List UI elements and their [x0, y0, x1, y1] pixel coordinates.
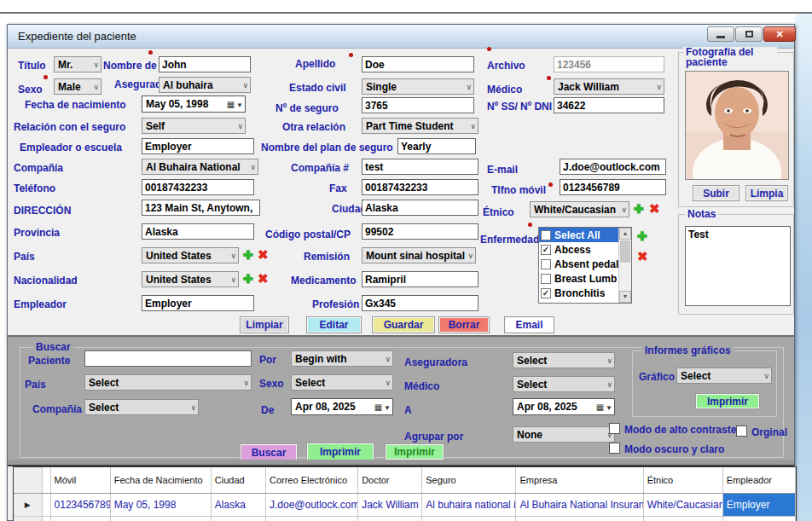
codigo-postal-input[interactable]: 99502: [362, 223, 478, 240]
results-grid[interactable]: Móvil Fecha de Nacimiento Ciudad Correo …: [13, 466, 797, 521]
apellido-input[interactable]: Doe: [362, 56, 474, 72]
disease-item[interactable]: Absent pedal pu: [539, 257, 619, 271]
grid-header[interactable]: Fecha de Nacimiento: [110, 467, 211, 494]
fecha-nacimiento-datepicker[interactable]: May 05, 1998 ▦▼: [142, 96, 246, 113]
telefono-input[interactable]: 00187432233: [142, 179, 254, 195]
imprimir2-button[interactable]: Imprimir: [385, 443, 444, 460]
guardar-button[interactable]: Guardar: [372, 316, 435, 333]
grid-header[interactable]: Seguro: [422, 467, 516, 494]
delete-nacionalidad-icon[interactable]: ✖: [258, 272, 269, 285]
buscar-pais-select[interactable]: Select∨: [84, 374, 252, 391]
checkbox-unchecked-icon[interactable]: [541, 230, 551, 240]
grid-cell[interactable]: May 05, 1998: [110, 494, 211, 517]
subir-button[interactable]: Subir: [693, 185, 740, 201]
restore-button[interactable]: [735, 26, 763, 42]
grid-cell[interactable]: J.doe@outlock.com: [265, 494, 357, 517]
notas-textarea[interactable]: Test: [685, 226, 791, 306]
buscar-paciente-input[interactable]: [84, 350, 252, 367]
delete-pais-icon[interactable]: ✖: [258, 248, 269, 261]
grid-data-row[interactable]: ▶ 0123456789 May 05, 1998 Alaska J.doe@o…: [14, 494, 796, 517]
num-seguro-input[interactable]: 3765: [362, 97, 474, 113]
buscar-medico-select[interactable]: Select∨: [513, 376, 615, 392]
email-input[interactable]: J.doe@outlock.com: [560, 159, 666, 175]
disease-item[interactable]: ✓Bronchitis: [539, 286, 619, 300]
imprimir-informe-button[interactable]: Imprimir: [695, 393, 760, 409]
delete-enfermedad-icon[interactable]: ✖: [637, 250, 648, 263]
modo-oscuro-checkbox[interactable]: [609, 443, 620, 454]
plan-seguro-input[interactable]: Yearly: [397, 138, 476, 154]
nombre-input[interactable]: John: [159, 56, 251, 72]
title-bar[interactable]: Expediente del paciente ✕: [8, 25, 794, 49]
medico-select[interactable]: Jack William∨: [554, 78, 664, 95]
add-etnico-icon[interactable]: ✚: [634, 203, 644, 215]
borrar-button[interactable]: Borrar: [438, 316, 490, 333]
empleador-escuela-input[interactable]: Employer: [142, 138, 254, 154]
ss-dni-input[interactable]: 34622: [554, 97, 664, 113]
grid-header[interactable]: Correo Electrónico: [265, 467, 357, 494]
imprimir-button[interactable]: Imprimir: [306, 443, 374, 461]
row-marker-icon[interactable]: ▶: [14, 494, 42, 517]
limpia-button[interactable]: Limpia: [745, 185, 788, 201]
grid-header[interactable]: Móvil: [50, 467, 110, 494]
minimize-button[interactable]: [707, 26, 734, 42]
compania-num-input[interactable]: test: [362, 159, 478, 175]
scroll-thumb[interactable]: [620, 240, 630, 263]
profesion-input[interactable]: Gx345: [362, 295, 478, 311]
sexo-select[interactable]: Male∨: [54, 78, 102, 95]
grafico-select[interactable]: Select∨: [676, 368, 772, 384]
grid-cell[interactable]: White/Caucasian: [643, 494, 722, 517]
buscar-compania-select[interactable]: Select∨: [84, 399, 199, 415]
nacionalidad-select[interactable]: United States∨: [142, 271, 239, 287]
grid-header[interactable]: Doctor: [358, 467, 422, 494]
add-pais-icon[interactable]: ✚: [243, 249, 253, 261]
movil-input[interactable]: 0123456789: [560, 179, 666, 195]
grid-cell[interactable]: Alaska: [211, 494, 265, 517]
grid-cell[interactable]: Al Buhaira National Insurance: [516, 494, 643, 517]
disease-list[interactable]: Select All✓AbcessAbsent pedal puBreast L…: [538, 227, 632, 304]
buscar-sexo-select[interactable]: Select∨: [291, 374, 393, 391]
delete-etnico-icon[interactable]: ✖: [649, 202, 660, 215]
grid-cell[interactable]: Jack William: [358, 494, 422, 517]
close-button[interactable]: ✕: [763, 26, 796, 42]
direccion-input[interactable]: 123 Main St, Anytown,: [142, 200, 260, 216]
otra-relacion-select[interactable]: Part Time Student∨: [362, 118, 478, 134]
grid-header[interactable]: Empresa: [516, 467, 643, 494]
grid-cell-selected[interactable]: Employer: [722, 494, 795, 517]
limpiar-button[interactable]: Limpiar: [240, 316, 289, 333]
compania-select[interactable]: Al Buhaira National∨: [142, 159, 258, 175]
editar-button[interactable]: Editar: [306, 316, 362, 333]
add-enfermedad-icon[interactable]: ✚: [637, 230, 647, 242]
checkbox-checked-icon[interactable]: ✓: [541, 288, 551, 298]
checkbox-unchecked-icon[interactable]: [541, 274, 551, 284]
scroll-up-icon[interactable]: ▲: [619, 228, 631, 240]
agrupar-por-select[interactable]: None∨: [513, 426, 615, 443]
pais-select[interactable]: United States∨: [142, 247, 239, 263]
disease-item[interactable]: ✓Abcess: [539, 242, 619, 257]
provincia-input[interactable]: Alaska: [142, 223, 254, 240]
empleador-input[interactable]: Employer: [142, 295, 254, 311]
buscar-aseguradora-select[interactable]: Select∨: [513, 352, 615, 368]
email-button[interactable]: Email: [504, 316, 554, 333]
buscar-por-select[interactable]: Begin with∨: [291, 350, 393, 367]
titulo-select[interactable]: Mr.∨: [54, 56, 102, 72]
buscar-a-datepicker[interactable]: Apr 08, 2025 ▦▼: [513, 398, 615, 415]
remision-select[interactable]: Mount sinai hospital∨: [362, 247, 476, 263]
medicamento-input[interactable]: Ramipril: [362, 271, 478, 287]
scroll-down-icon[interactable]: ▼: [619, 291, 631, 303]
grid-cell[interactable]: Al buhaira national ins.: [422, 494, 516, 517]
add-nacionalidad-icon[interactable]: ✚: [243, 273, 253, 285]
aseguradora-select[interactable]: Al buhaira∨: [159, 77, 251, 93]
buscar-de-datepicker[interactable]: Apr 08, 2025 ▦▼: [291, 398, 393, 415]
grid-header[interactable]: Étnico: [643, 467, 722, 494]
grid-header[interactable]: Empleador: [722, 467, 795, 494]
grid-cell[interactable]: 0123456789: [50, 494, 110, 517]
checkbox-checked-icon[interactable]: ✓: [541, 245, 551, 255]
alto-contraste-checkbox[interactable]: [609, 423, 620, 434]
checkbox-unchecked-icon[interactable]: [541, 259, 551, 269]
ciudad-input[interactable]: Alaska: [362, 200, 478, 216]
grid-header[interactable]: Ciudad: [211, 467, 265, 494]
disease-list-scrollbar[interactable]: ▲ ▼: [618, 228, 631, 303]
orginal-checkbox[interactable]: [736, 425, 747, 437]
estado-civil-select[interactable]: Single∨: [362, 78, 474, 95]
fax-input[interactable]: 00187432233: [362, 179, 478, 195]
